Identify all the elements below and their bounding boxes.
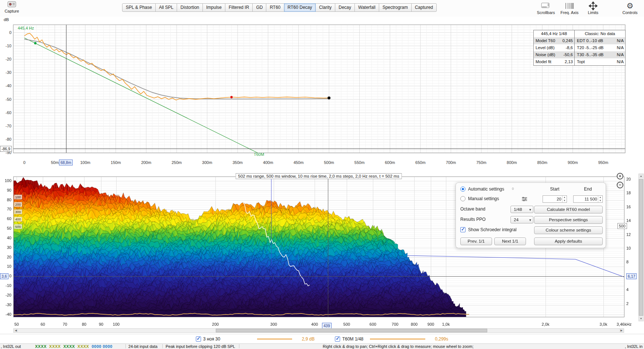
horizontal-scrollbar[interactable]: ◀ ▶ — [13, 328, 624, 333]
start-spinner[interactable]: ▲▼ — [562, 196, 567, 202]
right-cursor-readout: 6,17 — [626, 273, 637, 279]
tab-all-spl[interactable]: All SPL — [155, 3, 177, 12]
perspective-settings-button[interactable]: Perspective settings — [534, 216, 603, 224]
auto-hint-value: 0 — [512, 187, 514, 191]
stats-cell: 445,4 Hz 1/48 — [534, 30, 574, 37]
status-bar: , Int32L out XXXXXXXXXXXXXXXX0000 0000 2… — [0, 343, 644, 349]
stats-row: Noise (dB)-50,6T30 -5..-35 dBN/A — [534, 51, 625, 58]
vertical-scrollbar[interactable]: ▲ ▼ — [638, 174, 644, 321]
db-tick: -80 — [6, 137, 11, 141]
stats-cell: -8,6 — [558, 44, 574, 51]
end-spinner[interactable]: ▲▼ — [598, 196, 602, 202]
time-tick: 0 — [23, 160, 25, 165]
tab-decay[interactable]: Decay — [335, 3, 355, 12]
trace1-checkbox[interactable] — [196, 336, 201, 342]
app-window: Capture SPL & PhaseAll SPLDistortionImpu… — [0, 0, 644, 349]
next-button[interactable]: Next 1/1 — [494, 237, 526, 245]
time-tick: 450m — [294, 160, 304, 165]
tool-label: Controls — [618, 10, 642, 15]
level-meter-segment: XXXX — [49, 344, 60, 349]
tab-spectrogram[interactable]: Spectrogram — [379, 3, 412, 12]
tool-label: Scrollbars — [534, 10, 558, 15]
stats-cell: 0,245 — [558, 37, 574, 44]
peak-input-label: Peak input before clipping 120 dB SPL — [166, 344, 235, 349]
time-tick: 800m — [507, 160, 517, 165]
trace1-name[interactable]: 3 ноя 30 — [203, 336, 221, 342]
input-device-label: , Int32L in — [625, 344, 643, 349]
capture-button[interactable]: Capture — [2, 1, 21, 13]
tab-waterfall[interactable]: Waterfall — [354, 3, 379, 12]
tool-label: Limits — [581, 10, 605, 15]
tab-distortion[interactable]: Distortion — [177, 3, 203, 12]
results-ppo-select[interactable]: 24 — [510, 216, 533, 223]
tab-filtered-ir[interactable]: Filtered IR — [225, 3, 253, 12]
tab-gd[interactable]: GD — [252, 3, 266, 12]
time-tick: 850m — [537, 160, 547, 165]
scroll-up-arrow[interactable]: ▲ — [639, 174, 643, 178]
end-input[interactable]: 11 500▲▼ — [573, 195, 603, 203]
stats-cell: -50,6 — [558, 51, 574, 58]
start-column-header: Start — [543, 187, 567, 192]
toolbar-right-tools: ScrollbarsFreq. AxisLimits⚙Controls — [534, 1, 642, 15]
tool-scrollbars-button[interactable]: Scrollbars — [534, 1, 558, 15]
octave-band-select[interactable]: 1/48 — [510, 206, 533, 213]
stats-row: Level (dB)-8,6T20 -5..-25 dBN/A — [534, 44, 625, 51]
time-tick: 300m — [202, 160, 212, 165]
calculate-rt60-model-button[interactable]: Calculate RT60 model — [534, 206, 603, 213]
apply-defaults-button[interactable]: Apply defaults — [534, 237, 603, 245]
scroll-left-arrow[interactable]: ◀ — [14, 329, 18, 332]
stats-cell: Model fit — [534, 58, 558, 65]
automatic-settings-radio[interactable] — [460, 187, 465, 192]
time-tick: 900m — [568, 160, 578, 165]
bit-depth-label: 24-bit input data — [128, 344, 157, 349]
show-schroeder-checkbox[interactable] — [460, 227, 465, 232]
stats-row: Model T600,245EDT 0..-10 dBN/A — [534, 37, 625, 44]
vertical-scroll-thumb[interactable] — [639, 179, 643, 316]
tab-clarity[interactable]: Clarity — [315, 3, 335, 12]
tool-controls-button[interactable]: ⚙Controls — [618, 1, 642, 15]
tab-impulse[interactable]: Impulse — [202, 3, 225, 12]
freq-axis-icon — [558, 1, 581, 10]
trace2-checkbox[interactable] — [335, 336, 340, 342]
time-tick: 400m — [263, 160, 273, 165]
manual-settings-radio[interactable] — [460, 196, 465, 201]
manual-settings-label: Manual settings — [468, 196, 499, 201]
prev-button[interactable]: Prev. 1/1 — [460, 237, 492, 245]
scroll-down-arrow[interactable]: ▼ — [639, 317, 643, 321]
db-tick: -60 — [6, 110, 11, 115]
trace2-value: 0,299s — [435, 336, 448, 342]
time-tick: 250m — [172, 160, 182, 165]
capture-label: Capture — [2, 9, 21, 13]
stats-cell: N/A — [613, 58, 625, 65]
tab-captured[interactable]: Captured — [411, 3, 437, 12]
stats-cell: 2,13 — [558, 58, 574, 65]
stats-cell: N/A — [613, 37, 625, 44]
colour-scheme-settings-button[interactable]: Colour scheme settings — [534, 226, 603, 234]
stats-row: 445,4 Hz 1/48Classic: No data — [534, 30, 625, 37]
time-tick: 600m — [385, 160, 395, 165]
scroll-right-arrow[interactable]: ▶ — [619, 329, 624, 332]
horizontal-scroll-thumb[interactable] — [216, 329, 487, 332]
decay-time-cursor-readout: 68,8m — [59, 160, 73, 165]
capture-icon — [7, 4, 16, 9]
output-device-label: , Int32L out — [1, 344, 21, 349]
tool-limits-button[interactable]: Limits — [581, 1, 605, 15]
stats-row: Model fit2,13ToptN/A — [534, 58, 625, 65]
mouse-help-text: Right click & drag to pan; Ctrl+Right cl… — [323, 344, 474, 349]
tab-rt60-decay[interactable]: RT60 Decay — [284, 3, 316, 12]
trace2-name[interactable]: T60M 1/48 — [342, 336, 363, 342]
decay-level-cursor-readout: -86,9 — [0, 146, 12, 152]
zoom-in-button[interactable] — [617, 173, 623, 179]
mixer-icon — [522, 196, 527, 203]
stats-cell: N/A — [613, 44, 625, 51]
t60m-curve-label: T60M — [254, 152, 264, 157]
zoom-out-button[interactable] — [617, 182, 623, 188]
tab-rt60[interactable]: RT60 — [266, 3, 284, 12]
time-tick: 550m — [354, 160, 365, 165]
stats-cell: Classic: No data — [574, 30, 625, 37]
tab-spl-phase[interactable]: SPL & Phase — [122, 3, 156, 12]
tool-freq-axis-button[interactable]: Freq. Axis — [558, 1, 581, 15]
time-tick: 950m — [598, 160, 609, 165]
db-tick: -40 — [6, 83, 11, 88]
start-input[interactable]: 20▲▼ — [543, 195, 567, 203]
